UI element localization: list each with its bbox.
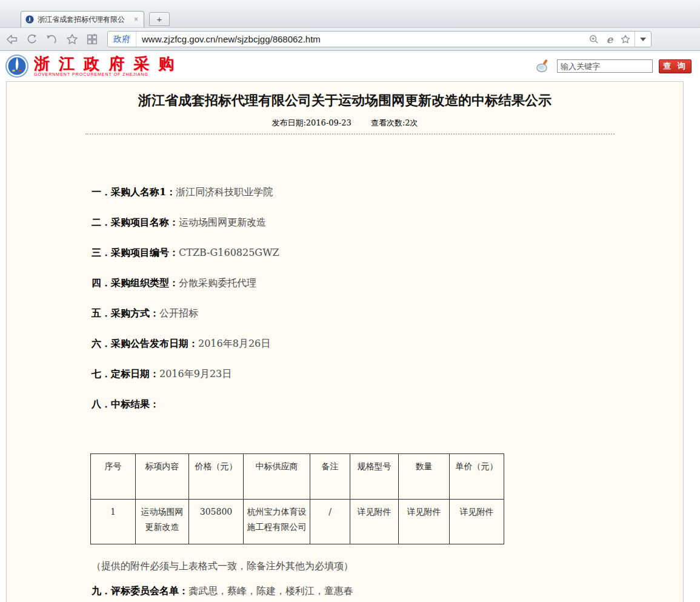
col-header: 单价（元） xyxy=(450,454,504,500)
browser-tab[interactable]: 浙江省成套招标代理有限公 × xyxy=(21,11,144,27)
cell-item: 运动场围网更新改造 xyxy=(136,500,189,544)
header-search: 查 询 xyxy=(535,58,692,74)
back-icon[interactable] xyxy=(5,32,19,47)
chevron-down-icon xyxy=(640,38,646,41)
apps-grid-icon[interactable] xyxy=(85,32,99,47)
url-text[interactable]: www.zjzfcg.gov.cn/new/sjzbcjgg/868062.ht… xyxy=(136,34,587,44)
site-favicon-icon xyxy=(25,15,34,24)
tab-title: 浙江省成套招标代理有限公 xyxy=(38,15,129,25)
col-header: 中标供应商 xyxy=(244,454,310,500)
page-title: 浙江省成套招标代理有限公司关于运动场围网更新改造的中标结果公示 xyxy=(7,82,683,108)
bookmark-star-icon[interactable] xyxy=(65,32,79,47)
logo-emblem-icon xyxy=(5,54,29,78)
table-row: 1 运动场围网更新改造 305800 杭州宝力体育设施工程有限公司 / 详见附件… xyxy=(91,500,504,544)
item-result-heading: 八．中标结果： xyxy=(92,398,610,410)
browser-titlebar: 浙江省成套招标代理有限公 × + xyxy=(0,0,700,28)
cell-supplier: 杭州宝力体育设施工程有限公司 xyxy=(244,500,310,544)
refresh-icon[interactable] xyxy=(25,32,39,47)
attachment-note: （提供的附件必须与上表格式一致，除备注外其他为必填项） xyxy=(92,560,610,573)
favorite-star-icon[interactable] xyxy=(619,33,632,46)
item-award-date: 七．定标日期：2016年9月23日 xyxy=(92,367,610,380)
search-magnifier-icon xyxy=(535,58,551,74)
article-content: 浙江省成套招标代理有限公司关于运动场围网更新改造的中标结果公示 发布日期:201… xyxy=(6,81,684,602)
article-body: 一．采购人名称1：浙江同济科技职业学院 二．采购项目名称：运动场围网更新改造 三… xyxy=(7,186,683,598)
table-header-row: 序号 标项内容 价格（元） 中标供应商 备注 规格型号 数量 单价（元） xyxy=(91,454,504,500)
logo-subtitle: GOVERNMENT PROCUREMENT OF ZHEJIANG xyxy=(34,72,176,76)
zoom-page-icon[interactable] xyxy=(587,33,601,46)
cell-price: 305800 xyxy=(189,500,244,544)
item-committee: 九．评标委员会名单：龚武思，蔡峰，陈建，楼利江，童惠春 xyxy=(92,585,610,598)
cell-spec: 详见附件 xyxy=(350,500,399,544)
search-input[interactable] xyxy=(557,59,653,73)
cell-remark: / xyxy=(310,500,350,544)
item-org-type: 四．采购组织类型：分散采购委托代理 xyxy=(92,276,610,289)
col-header: 规格型号 xyxy=(350,454,399,500)
col-header: 数量 xyxy=(399,454,450,500)
result-table: 序号 标项内容 价格（元） 中标供应商 备注 规格型号 数量 单价（元） 1 运… xyxy=(90,453,504,544)
browser-toolbar: 政府 www.zjzfcg.gov.cn/new/sjzbcjgg/868062… xyxy=(0,28,700,51)
item-method: 五．采购方式：公开招标 xyxy=(92,307,610,319)
article-meta: 发布日期:2016-09-23 查看次数:2次 xyxy=(7,118,683,129)
col-header: 序号 xyxy=(91,454,136,500)
url-dropdown-button[interactable] xyxy=(635,32,651,47)
col-header: 价格（元） xyxy=(189,454,244,500)
tab-close-icon[interactable]: × xyxy=(133,15,139,24)
new-tab-button[interactable]: + xyxy=(149,12,170,26)
undo-icon[interactable] xyxy=(45,32,59,47)
item-project-number: 三．采购项目编号：CTZB-G160825GWZ xyxy=(92,246,610,259)
site-header: 浙 江 政 府 采 购 GOVERNMENT PROCUREMENT OF ZH… xyxy=(0,51,700,81)
publish-date: 发布日期:2016-09-23 xyxy=(272,118,351,127)
site-type-badge: 政府 xyxy=(108,32,136,47)
address-bar[interactable]: 政府 www.zjzfcg.gov.cn/new/sjzbcjgg/868062… xyxy=(107,31,652,47)
col-header: 备注 xyxy=(310,454,350,500)
logo-title: 浙 江 政 府 采 购 xyxy=(34,56,176,72)
item-purchaser: 一．采购人名称1：浙江同济科技职业学院 xyxy=(92,186,610,198)
cell-unit-price: 详见附件 xyxy=(450,500,504,544)
item-announce-date: 六．采购公告发布日期：2016年8月26日 xyxy=(92,337,610,350)
cell-seq: 1 xyxy=(91,500,136,544)
col-header: 标项内容 xyxy=(136,454,189,500)
view-count: 查看次数:2次 xyxy=(371,118,418,127)
item-project-name: 二．采购项目名称：运动场围网更新改造 xyxy=(92,216,610,229)
cell-qty: 详见附件 xyxy=(399,500,450,544)
search-button[interactable]: 查 询 xyxy=(659,59,692,73)
dotted-separator xyxy=(85,133,615,135)
site-logo[interactable]: 浙 江 政 府 采 购 GOVERNMENT PROCUREMENT OF ZH… xyxy=(5,54,176,78)
ie-compat-icon[interactable]: e xyxy=(603,33,616,46)
